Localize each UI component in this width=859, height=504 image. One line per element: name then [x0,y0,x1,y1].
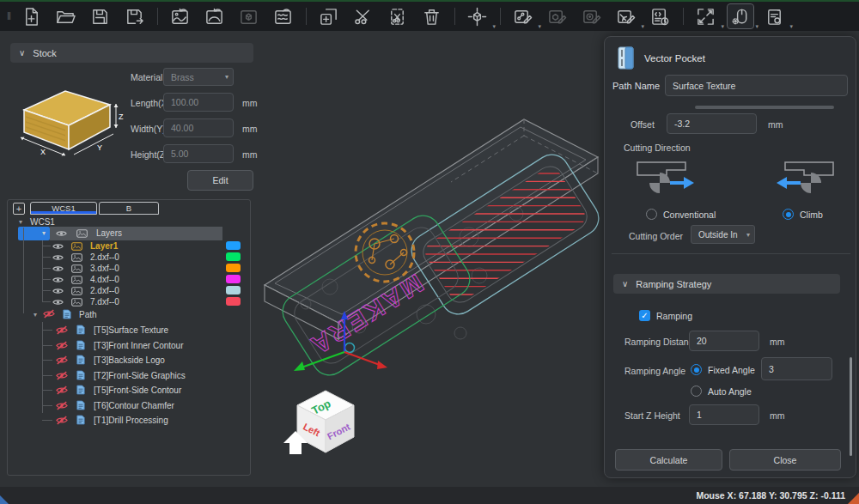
ramping-label: Ramping [656,311,692,321]
save-export-icon[interactable] [122,4,148,28]
tree-layer-item[interactable]: 7.dxf--0 [8,296,250,307]
layer-color-swatch[interactable] [226,275,241,283]
toolbar-grip-icon[interactable]: ‖ [7,10,11,22]
restore-curve-icon[interactable] [202,4,228,28]
status-bar: Mouse X: 67.188 Y: 30.795 Z: -0.111 [0,487,859,504]
tree-path-item[interactable]: [T3]Backside Logo [8,353,250,367]
transform-3d-icon[interactable]: ▾ [465,4,490,28]
eye-slash-icon[interactable] [56,355,68,367]
eye-slash-icon[interactable] [56,325,68,337]
tab-b[interactable]: B [99,202,159,215]
layer-color-swatch[interactable] [226,286,241,295]
material-select[interactable]: Brass ▾ [163,68,234,86]
tree-path-item[interactable]: [T5]Front-Side Contour [8,383,250,398]
tree-path-item[interactable]: [T5]Surface Texture [8,323,250,337]
gcode-list-icon[interactable] [648,4,673,28]
restore-pattern-icon[interactable] [271,4,296,28]
corner-handle-right[interactable] [848,493,859,504]
cut-icon[interactable] [350,4,376,28]
ramping-checkbox[interactable]: ✓ [639,310,650,321]
document-icon [76,385,85,397]
stock-header-label: Stock [33,48,57,58]
tree-path-item[interactable]: [T3]Front Inner Contour [8,338,250,353]
save-icon[interactable] [88,4,113,28]
viewport-3d[interactable]: MAKERA Top Left Front [254,31,604,487]
tree-layer-item[interactable]: Layer1 [8,240,250,252]
cutting-order-select[interactable]: Outside In ▾ [691,225,755,244]
length-x-field[interactable]: 100.00 [163,93,234,112]
edit-model-icon[interactable] [545,4,570,28]
horizontal-scrollbar[interactable] [695,106,834,109]
eye-slash-icon[interactable] [56,416,68,427]
open-file-icon[interactable] [53,4,79,28]
start-z-height-input[interactable]: 1 [689,404,759,425]
height-z-field[interactable]: 5.00 [163,144,234,163]
path-name-label: Path Name [612,81,660,91]
stock-section-header[interactable]: ∨ Stock [10,43,253,63]
report-icon[interactable]: ▾ [762,4,788,28]
climb-radio[interactable] [783,209,794,220]
chevron-down-icon: ∨ [19,48,25,58]
layer-color-swatch[interactable] [226,297,241,306]
eye-slash-icon[interactable] [56,386,68,397]
eye-icon[interactable] [52,298,64,308]
eye-icon[interactable] [56,229,67,240]
layer-color-swatch[interactable] [226,264,241,272]
calculate-button[interactable]: Calculate [615,449,722,471]
document-icon [63,309,71,321]
tab-wcs1[interactable]: WCS1 [30,202,97,215]
view-cube[interactable]: Top Left Front [297,391,354,452]
edit-stock-button[interactable]: Edit [187,170,253,191]
conventional-radio[interactable] [646,209,657,220]
tree-path-item[interactable]: [T2]Front-Side Graphics [8,368,250,383]
restore-image-icon[interactable] [168,4,193,28]
close-button[interactable]: Close [729,449,841,471]
corner-handle-left[interactable] [0,495,9,504]
tree-root-wcs1[interactable]: ▾WCS1 [8,216,250,228]
new-file-icon[interactable] [19,4,45,28]
eye-slash-icon[interactable] [43,309,55,320]
tree-group-path[interactable]: ▾Path [8,308,250,321]
layer-color-swatch[interactable] [226,252,241,261]
eye-slash-icon[interactable] [56,401,68,412]
fixed-angle-input[interactable]: 3 [761,357,832,380]
delete-icon[interactable] [419,4,445,28]
eye-slash-icon[interactable] [56,371,68,382]
add-wcs-button[interactable]: + [13,203,25,215]
start-z-height-label: Start Z Height [624,410,680,421]
svg-text:X: X [40,148,46,156]
eye-slash-icon[interactable] [56,341,68,352]
ramping-distance-unit: mm [770,337,785,347]
width-y-field[interactable]: 40.00 [163,118,234,137]
auto-angle-radio[interactable] [691,386,702,397]
tree-group-layers[interactable]: ▾Layers [8,227,250,240]
fullscreen-icon[interactable]: ▾ [693,4,719,28]
tree-path-item[interactable]: [T1]Drill Processing [8,413,250,428]
ramping-distance-input[interactable]: 20 [689,331,759,351]
caret-down-icon: ▾ [746,231,750,239]
layer-color-swatch[interactable] [226,241,241,250]
restore-model-icon[interactable] [236,4,262,28]
edit-laser-icon[interactable]: ▾ [613,4,639,28]
offset-input[interactable]: -3.2 [667,113,757,134]
tree-layer-item[interactable]: 2.dxf--0 [8,285,250,296]
tree-layer-item[interactable]: 2.dxf--0 [8,252,250,263]
path-name-input[interactable]: Surface Texture [665,75,848,96]
mouse-settings-icon[interactable]: ▾ [728,4,753,28]
tree-layer-item[interactable]: 3.dxf--0 [8,263,250,274]
copy-icon[interactable] [316,4,342,28]
ramping-strategy-header[interactable]: ∨ Ramping Strategy [613,274,840,294]
fixed-angle-radio[interactable] [691,364,702,375]
vertical-scrollbar[interactable] [850,357,852,456]
tree-layer-item[interactable]: 4.dxf--0 [8,274,250,285]
conventional-label: Conventional [663,209,716,220]
edit-target-icon[interactable] [579,4,605,28]
paste-icon[interactable] [385,4,411,28]
edit-vector-icon[interactable]: ▾ [510,4,536,28]
tree-path-item[interactable]: [T6]Contour Chamfer [8,398,250,413]
endmill-tool-icon [615,46,637,71]
cutting-direction-label: Cutting Direction [624,143,691,153]
toolbar-separator [157,8,158,25]
window-top-accent [0,0,859,2]
main-toolbar: ‖ ▾▾▾▾▾▾ [0,2,859,31]
